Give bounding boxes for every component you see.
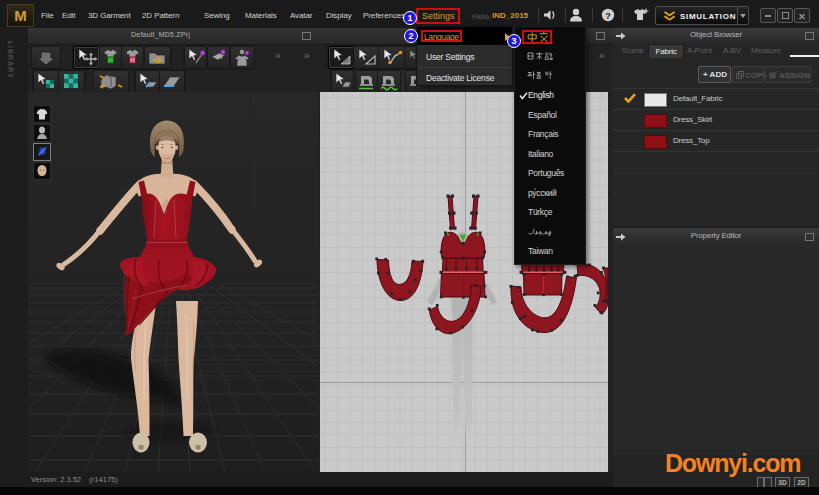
svg-text:?: ? [605,11,611,21]
